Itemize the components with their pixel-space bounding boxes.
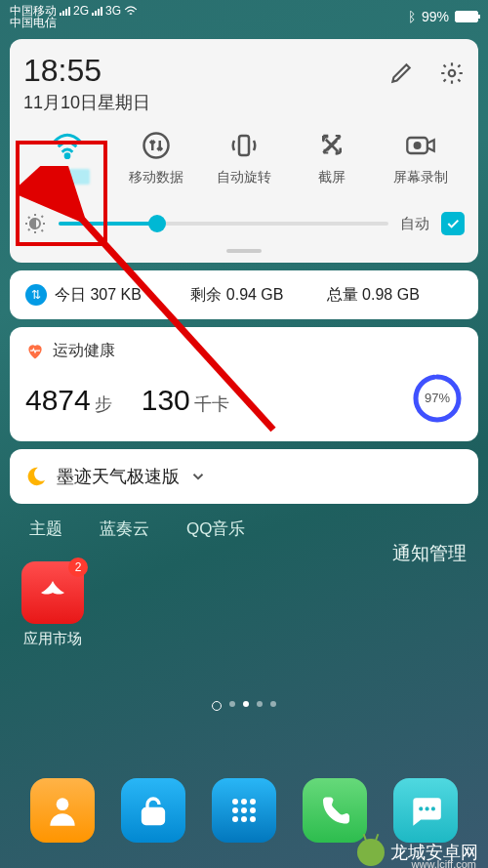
toggle-screenshot[interactable]: 截屏 <box>293 130 371 186</box>
phone-icon <box>317 793 352 828</box>
dock-lock[interactable] <box>121 778 185 843</box>
steps-value: 4874 <box>25 384 91 417</box>
health-title: 运动健康 <box>53 341 115 361</box>
data-usage-icon: ⇅ <box>25 284 47 306</box>
svg-rect-11 <box>143 809 164 824</box>
chevron-down-icon <box>189 468 207 485</box>
status-left: 中国移动 2G 3G 中国电信 <box>10 5 138 28</box>
brightness-icon <box>23 212 47 235</box>
screenshot-icon <box>317 131 346 160</box>
apps-grid-icon <box>226 793 262 828</box>
message-icon <box>407 792 444 829</box>
brightness-slider[interactable] <box>59 222 388 226</box>
toggle-auto-rotate-label: 自动旋转 <box>217 169 271 186</box>
icon-label: QQ音乐 <box>186 517 245 540</box>
toggle-screen-record[interactable]: 屏幕录制 <box>382 130 460 186</box>
slider-thumb[interactable] <box>148 215 166 232</box>
dock-phone[interactable] <box>303 778 367 843</box>
app-appmarket[interactable]: 2 应用市场 <box>21 561 84 648</box>
svg-point-14 <box>250 799 256 805</box>
notification-panel: 18:55 11月10日星期日 移动数据 自动旋转 <box>10 39 478 263</box>
remain-label: 剩余 <box>190 286 222 303</box>
panel-drag-handle[interactable] <box>226 249 262 253</box>
brightness-row: 自动 <box>23 212 465 235</box>
total-label: 总量 <box>327 286 358 303</box>
carrier-2: 中国电信 <box>10 17 57 28</box>
toggle-mobile-data-label: 移动数据 <box>129 169 183 186</box>
toggle-wifi-label <box>45 169 90 185</box>
svg-point-0 <box>449 70 456 77</box>
dock-contacts[interactable] <box>30 778 95 843</box>
battery-pct: 99% <box>422 9 449 24</box>
notification-manage-link[interactable]: 通知管理 <box>392 541 467 566</box>
svg-point-22 <box>425 806 428 810</box>
huawei-icon <box>33 573 72 612</box>
weather-title: 墨迹天气极速版 <box>57 465 180 488</box>
android-icon <box>357 839 385 866</box>
dot-home-icon <box>212 701 222 711</box>
auto-rotate-icon <box>229 131 259 160</box>
svg-point-19 <box>241 816 247 822</box>
svg-point-2 <box>143 134 168 158</box>
gear-icon[interactable] <box>439 61 465 86</box>
dock <box>0 778 488 843</box>
watermark-url: www.lcjff.com <box>412 858 476 868</box>
moon-icon <box>25 466 47 487</box>
dock-messages[interactable] <box>393 778 458 843</box>
remain-value: 0.94 GB <box>226 286 284 303</box>
wifi-icon <box>124 5 138 17</box>
edit-icon[interactable] <box>388 61 414 86</box>
status-bar: 中国移动 2G 3G 中国电信 ᛒ 99% <box>0 0 488 33</box>
today-label: 今日 <box>55 286 86 303</box>
svg-point-18 <box>232 816 238 822</box>
kcal-unit: 千卡 <box>194 393 229 416</box>
weather-card[interactable]: 墨迹天气极速版 <box>10 449 478 504</box>
auto-brightness-checkbox[interactable] <box>441 212 465 235</box>
page-indicator <box>0 701 488 711</box>
heart-icon <box>25 342 45 361</box>
today-value: 307 KB <box>90 286 141 303</box>
signal-icon <box>60 7 70 16</box>
app-badge: 2 <box>68 558 88 577</box>
mobile-data-icon <box>142 131 171 160</box>
svg-point-13 <box>241 799 247 805</box>
svg-point-1 <box>65 154 69 158</box>
ring-pct: 97% <box>425 391 450 405</box>
dock-apps[interactable] <box>212 778 276 843</box>
svg-point-5 <box>414 143 420 148</box>
icon-label: 蓝奏云 <box>100 517 149 540</box>
auto-brightness-label: 自动 <box>400 215 429 233</box>
unlock-icon <box>136 793 171 828</box>
toggle-auto-rotate[interactable]: 自动旋转 <box>205 130 283 186</box>
svg-point-17 <box>250 807 256 813</box>
toggle-wifi[interactable] <box>28 130 106 186</box>
panel-time: 18:55 <box>23 53 150 89</box>
battery-icon <box>455 11 478 22</box>
progress-ring: 97% <box>412 373 463 424</box>
health-card[interactable]: 运动健康 4874 步 130 千卡 97% <box>10 327 478 441</box>
appmarket-label: 应用市场 <box>21 630 84 648</box>
total-value: 0.98 GB <box>362 286 420 303</box>
svg-point-20 <box>250 816 256 822</box>
svg-point-23 <box>430 806 434 810</box>
screen-record-icon <box>405 133 436 158</box>
icon-label: 主题 <box>29 517 62 540</box>
quick-toggles: 移动数据 自动旋转 截屏 屏幕录制 <box>23 130 465 186</box>
svg-point-16 <box>241 807 247 813</box>
contact-icon <box>44 792 81 829</box>
data-usage-card[interactable]: ⇅ 今日 307 KB 剩余 0.94 GB 总量 0.98 GB <box>10 270 478 319</box>
svg-point-15 <box>232 807 238 813</box>
wifi-icon <box>52 132 83 159</box>
toggle-screenshot-label: 截屏 <box>318 169 346 186</box>
network-1: 2G <box>73 5 89 17</box>
status-right: ᛒ 99% <box>408 9 478 24</box>
toggle-screen-record-label: 屏幕录制 <box>393 169 448 186</box>
toggle-mobile-data[interactable]: 移动数据 <box>117 130 195 186</box>
bluetooth-icon: ᛒ <box>408 9 416 24</box>
svg-point-10 <box>57 798 69 810</box>
svg-point-12 <box>232 799 238 805</box>
svg-point-21 <box>419 806 423 810</box>
panel-date: 11月10日星期日 <box>23 91 150 114</box>
svg-rect-3 <box>239 136 249 155</box>
kcal-value: 130 <box>142 384 190 417</box>
